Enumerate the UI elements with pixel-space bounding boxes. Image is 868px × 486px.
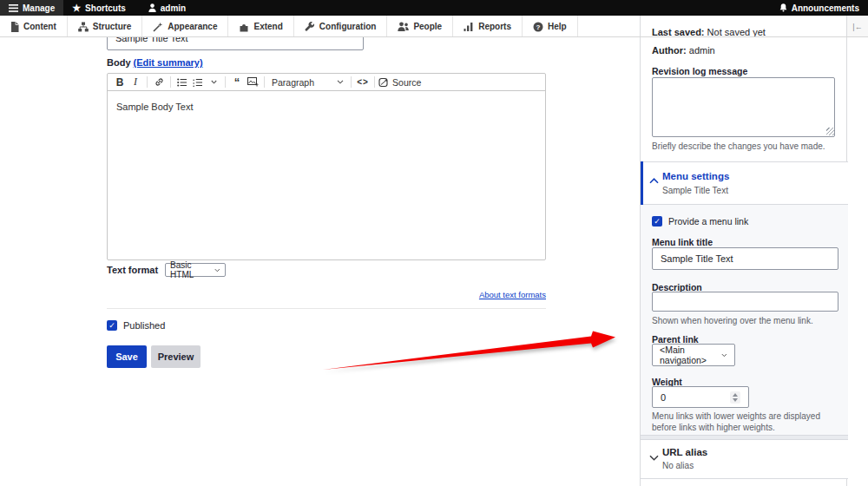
nav-item-label: People — [413, 22, 442, 31]
nav-item-label: Reports — [478, 22, 511, 31]
about-text-formats-link[interactable]: About text formats — [479, 290, 546, 299]
text-format-label: Text format — [107, 265, 158, 275]
url-alias-title: URL alias — [662, 447, 707, 457]
nav-item-label: Help — [548, 22, 567, 31]
form-divider — [107, 308, 546, 309]
paragraph-dropdown[interactable]: Paragraph — [268, 77, 347, 88]
reports-icon — [464, 22, 474, 31]
weight-value: 0 — [661, 392, 666, 403]
provide-menu-link-checkbox[interactable]: ✓ — [652, 216, 662, 227]
source-icon — [378, 77, 389, 88]
star-icon: ★ — [72, 3, 81, 13]
nav-item-people[interactable]: People — [387, 16, 453, 37]
published-label: Published — [123, 320, 165, 331]
save-button[interactable]: Save — [107, 345, 147, 368]
spinner-up-icon — [733, 393, 738, 397]
menu-settings-title: Menu settings — [662, 171, 729, 181]
text-format-select[interactable]: Basic HTML — [165, 263, 226, 277]
body-field-label-row: Body (Edit summary) — [107, 57, 203, 68]
weight-input[interactable]: 0 — [652, 386, 749, 408]
about-link-row: About text formats — [107, 290, 546, 299]
chevron-up-icon — [649, 178, 659, 184]
menu-link-title-input[interactable] — [652, 247, 838, 270]
admin-toolbar: Manage ★ Shortcuts admin Announcements — [0, 0, 868, 16]
hamburger-icon — [9, 4, 18, 12]
toolbar-separator — [170, 76, 171, 88]
editor-body[interactable]: Sample Body Text — [108, 91, 545, 122]
bulleted-list-icon — [177, 78, 187, 87]
published-checkbox[interactable]: ✓ — [107, 320, 117, 331]
image-button[interactable] — [245, 75, 260, 90]
edit-summary-link[interactable]: (Edit summary) — [134, 57, 203, 68]
toolbar-item-label: Announcements — [792, 3, 859, 13]
italic-button[interactable]: I — [128, 75, 143, 90]
text-format-row: Text format Basic HTML — [107, 263, 226, 277]
source-button-label: Source — [392, 77, 421, 88]
revision-log-textarea[interactable] — [652, 77, 835, 137]
weight-help: Menu links with lower weights are displa… — [652, 410, 841, 433]
numbered-list-icon — [193, 78, 203, 87]
parent-link-select[interactable]: <Main navigation> — [652, 344, 735, 366]
nav-item-extend[interactable]: Extend — [228, 16, 293, 37]
chevron-down-icon — [721, 353, 727, 358]
provide-menu-link-row: ✓ Provide a menu link — [652, 216, 748, 227]
menu-link-title-label: Menu link title — [652, 237, 713, 247]
list-options-dropdown[interactable] — [206, 75, 221, 90]
bold-button[interactable]: B — [112, 75, 128, 90]
code-icon: <> — [357, 77, 369, 87]
toolbar-separator — [225, 76, 226, 88]
toolbar-item-label: admin — [161, 3, 186, 13]
toolbar-item-shortcuts[interactable]: ★ Shortcuts — [63, 0, 135, 16]
paragraph-dropdown-label: Paragraph — [272, 77, 314, 88]
author-row: Author: admin — [652, 45, 715, 56]
toolbar-collapse-button[interactable]: |← — [846, 16, 868, 37]
chevron-down-icon — [649, 455, 659, 461]
toolbar-item-announcements[interactable]: Announcements — [771, 0, 868, 16]
weight-spinner[interactable] — [730, 391, 740, 404]
code-button[interactable]: <> — [355, 75, 371, 90]
menu-settings-subtitle: Sample Title Text — [662, 186, 728, 195]
resize-handle-icon[interactable] — [826, 128, 834, 135]
url-alias-section-header[interactable]: URL alias No alias — [641, 440, 848, 479]
nav-item-label: Extend — [253, 22, 282, 31]
nav-item-reports[interactable]: Reports — [453, 16, 523, 37]
user-icon — [148, 3, 156, 12]
toolbar-separator — [351, 76, 352, 88]
nav-item-configuration[interactable]: Configuration — [294, 16, 388, 37]
nav-item-label: Content — [23, 22, 56, 31]
link-button[interactable] — [151, 75, 167, 90]
toolbar-item-manage[interactable]: Manage — [0, 0, 63, 16]
url-alias-subtitle: No alias — [662, 461, 694, 470]
published-row: ✓ Published — [107, 320, 165, 331]
preview-button[interactable]: Preview — [151, 345, 201, 368]
nav-item-help[interactable]: ? Help — [523, 16, 578, 37]
help-icon: ? — [533, 22, 543, 32]
toolbar-item-user[interactable]: admin — [140, 0, 194, 16]
description-input[interactable] — [652, 292, 838, 312]
check-icon: ✓ — [654, 217, 661, 226]
revision-log-label: Revision log message — [652, 66, 747, 76]
meta-sidebar: Last saved: Not saved yet Author: admin … — [640, 16, 847, 486]
toolbar-item-label: Shortcuts — [85, 3, 126, 13]
source-button[interactable]: Source — [378, 77, 421, 88]
appearance-icon — [153, 22, 163, 32]
chevron-down-icon — [211, 80, 217, 84]
nav-item-structure[interactable]: Structure — [68, 16, 142, 37]
bulleted-list-button[interactable] — [174, 75, 190, 90]
parent-link-value: <Main navigation> — [660, 345, 721, 365]
nav-item-appearance[interactable]: Appearance — [142, 16, 228, 37]
numbered-list-button[interactable] — [190, 75, 206, 90]
toolbar-separator — [374, 76, 375, 88]
description-help: Shown when hovering over the menu link. — [652, 316, 841, 325]
people-icon — [398, 22, 409, 31]
check-icon: ✓ — [108, 321, 115, 330]
author-value: admin — [689, 45, 715, 56]
nav-item-label: Configuration — [319, 22, 377, 31]
menu-settings-section-header[interactable]: Menu settings Sample Title Text — [641, 161, 848, 205]
blockquote-button[interactable]: “ — [229, 75, 245, 90]
chevron-down-icon — [214, 268, 220, 273]
toolbar-separator — [147, 76, 148, 88]
nav-item-content[interactable]: Content — [0, 16, 68, 37]
body-editor: B I “ Paragraph <> Source — [107, 73, 546, 260]
configuration-icon — [305, 22, 315, 32]
